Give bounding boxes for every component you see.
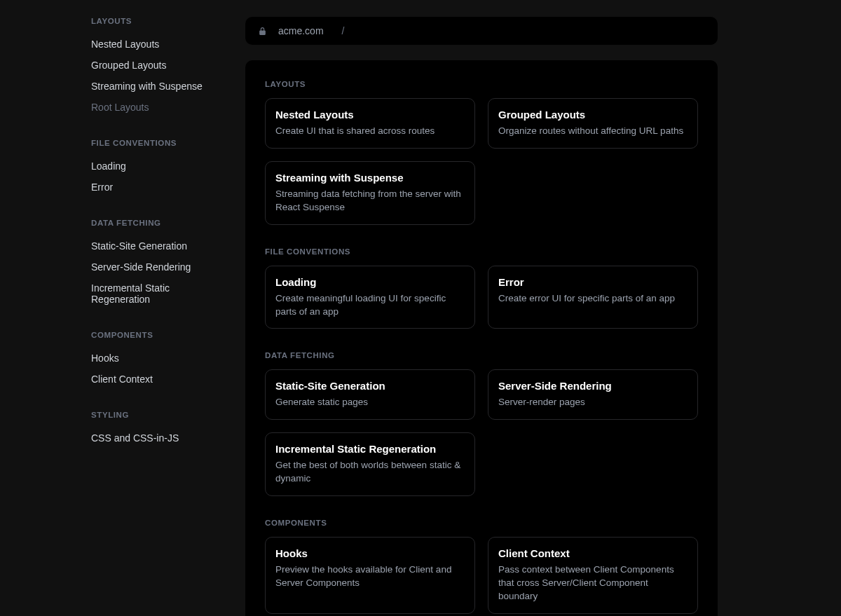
card-isr[interactable]: Incremental Static Regeneration Get the …: [265, 432, 475, 496]
sidebar-item-nested-layouts[interactable]: Nested Layouts: [91, 34, 228, 55]
card-desc: Organize routes without affecting URL pa…: [498, 125, 688, 138]
sidebar-section-layouts: Layouts Nested Layouts Grouped Layouts S…: [91, 17, 228, 118]
content-panel: Layouts Nested Layouts Create UI that is…: [245, 60, 718, 616]
section-components: Components Hooks Preview the hooks avail…: [265, 519, 698, 614]
sidebar-item-grouped-layouts[interactable]: Grouped Layouts: [91, 55, 228, 76]
card-desc: Preview the hooks available for Client a…: [275, 563, 465, 590]
card-desc: Streaming data fetching from the server …: [275, 188, 465, 214]
card-title: Error: [498, 276, 688, 288]
card-title: Streaming with Suspense: [275, 172, 465, 184]
card-title: Nested Layouts: [275, 109, 465, 121]
address-host: acme.com: [278, 25, 324, 36]
section-heading-components: Components: [265, 519, 698, 527]
main-content: acme.com / Layouts Nested Layouts Create…: [245, 0, 841, 616]
card-title: Incremental Static Regeneration: [275, 443, 465, 455]
sidebar-item-hooks[interactable]: Hooks: [91, 348, 228, 369]
sidebar-section-styling: Styling CSS and CSS-in-JS: [91, 411, 228, 449]
card-error[interactable]: Error Create error UI for specific parts…: [488, 266, 698, 329]
card-title: Loading: [275, 276, 465, 288]
sidebar-section-data-fetching: Data Fetching Static-Site Generation Ser…: [91, 219, 228, 310]
sidebar-item-css[interactable]: CSS and CSS-in-JS: [91, 427, 228, 449]
sidebar-item-ssr[interactable]: Server-Side Rendering: [91, 256, 228, 278]
card-desc: Server-render pages: [498, 396, 688, 409]
card-title: Server-Side Rendering: [498, 380, 688, 392]
sidebar-section-components: Components Hooks Client Context: [91, 331, 228, 390]
address-bar: acme.com /: [245, 17, 718, 45]
card-desc: Create UI that is shared across routes: [275, 125, 465, 138]
card-title: Static-Site Generation: [275, 380, 465, 392]
card-title: Client Context: [498, 547, 688, 559]
sidebar-item-client-context[interactable]: Client Context: [91, 369, 228, 390]
sidebar-heading-data-fetching: Data Fetching: [91, 219, 228, 227]
sidebar-nav: Layouts Nested Layouts Grouped Layouts S…: [0, 0, 245, 616]
sidebar-heading-layouts: Layouts: [91, 17, 228, 25]
card-title: Grouped Layouts: [498, 109, 688, 121]
sidebar-heading-components: Components: [91, 331, 228, 339]
card-desc: Pass context between Client Components t…: [498, 563, 688, 603]
card-ssg[interactable]: Static-Site Generation Generate static p…: [265, 369, 475, 420]
section-file-conventions: File Conventions Loading Create meaningf…: [265, 247, 698, 329]
sidebar-item-isr[interactable]: Incremental Static Regeneration: [91, 278, 228, 310]
card-nested-layouts[interactable]: Nested Layouts Create UI that is shared …: [265, 98, 475, 149]
card-desc: Generate static pages: [275, 396, 465, 409]
sidebar-item-streaming-suspense[interactable]: Streaming with Suspense: [91, 76, 228, 97]
card-desc: Create error UI for specific parts of an…: [498, 292, 688, 306]
card-hooks[interactable]: Hooks Preview the hooks available for Cl…: [265, 537, 475, 614]
sidebar-item-error[interactable]: Error: [91, 177, 228, 198]
card-grouped-layouts[interactable]: Grouped Layouts Organize routes without …: [488, 98, 698, 149]
sidebar-section-file-conventions: File Conventions Loading Error: [91, 139, 228, 198]
section-layouts: Layouts Nested Layouts Create UI that is…: [265, 80, 698, 225]
card-desc: Create meaningful loading UI for specifi…: [275, 292, 465, 319]
sidebar-heading-file-conventions: File Conventions: [91, 139, 228, 147]
sidebar-item-root-layouts[interactable]: Root Layouts: [91, 97, 228, 118]
card-streaming-suspense[interactable]: Streaming with Suspense Streaming data f…: [265, 161, 475, 225]
card-ssr[interactable]: Server-Side Rendering Server-render page…: [488, 369, 698, 420]
address-sep: /: [342, 25, 345, 36]
card-loading[interactable]: Loading Create meaningful loading UI for…: [265, 266, 475, 329]
card-title: Hooks: [275, 547, 465, 559]
lock-icon: [258, 27, 267, 36]
sidebar-heading-styling: Styling: [91, 411, 228, 419]
sidebar-item-loading[interactable]: Loading: [91, 156, 228, 177]
card-client-context[interactable]: Client Context Pass context between Clie…: [488, 537, 698, 614]
section-heading-data-fetching: Data Fetching: [265, 351, 698, 360]
section-heading-file-conventions: File Conventions: [265, 247, 698, 256]
sidebar-item-ssg[interactable]: Static-Site Generation: [91, 235, 228, 256]
section-data-fetching: Data Fetching Static-Site Generation Gen…: [265, 351, 698, 496]
section-heading-layouts: Layouts: [265, 80, 698, 88]
card-desc: Get the best of both worlds between stat…: [275, 459, 465, 486]
